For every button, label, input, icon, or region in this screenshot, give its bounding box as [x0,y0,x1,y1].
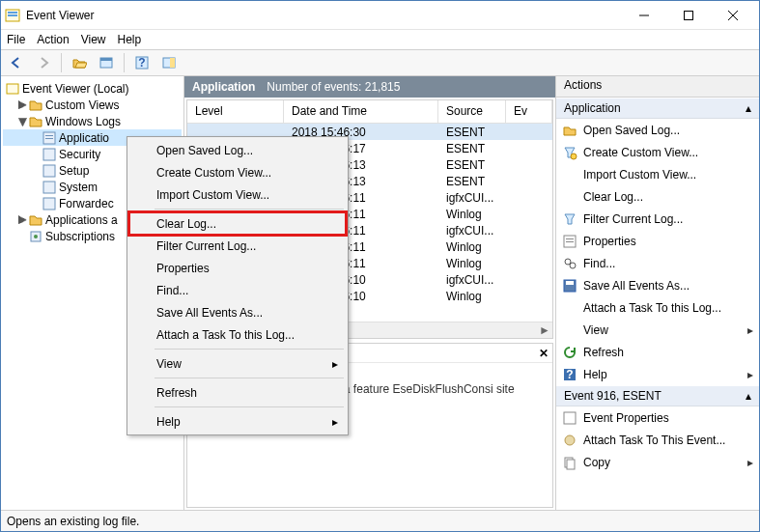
submenu-arrow-icon: ▸ [747,323,753,337]
ctx-save-all[interactable]: Save All Events As... [129,301,346,323]
submenu-arrow-icon: ▸ [747,456,753,469]
action-open-saved[interactable]: Open Saved Log... [556,119,759,141]
grid-header: Level Date and Time Source Ev [187,100,552,124]
menu-help[interactable]: Help [118,33,142,46]
tree-custom-views[interactable]: ⯈Custom Views [3,97,182,113]
ctx-refresh[interactable]: Refresh [129,381,346,404]
title-bar: Event Viewer [1,1,759,30]
action-filter[interactable]: Filter Current Log... [556,208,759,230]
maximize-button[interactable] [666,1,711,30]
panel-header: Application Number of events: 21,815 [184,76,555,98]
action-clear-log[interactable]: Clear Log... [556,185,759,208]
svg-text:?: ? [566,368,573,381]
col-eventid[interactable]: Ev [506,100,552,123]
tree-root[interactable]: Event Viewer (Local) [3,80,182,97]
svg-text:?: ? [138,56,145,70]
event-count: Number of events: 21,815 [267,80,400,94]
panel-icon[interactable] [95,52,118,73]
app-icon [5,8,20,23]
action-refresh[interactable]: Refresh [556,341,759,363]
svg-rect-8 [100,58,112,61]
submenu-arrow-icon: ▸ [747,368,753,381]
svg-rect-12 [170,58,175,68]
svg-rect-13 [7,84,18,94]
action-attach-event[interactable]: Attach Task To This Event... [556,429,759,451]
col-source[interactable]: Source [438,100,506,123]
collapse-icon: ▴ [746,101,751,115]
submenu-arrow-icon: ▸ [332,357,338,371]
svg-rect-26 [566,241,574,242]
ctx-find[interactable]: Find... [129,279,346,301]
action-view[interactable]: View▸ [556,319,759,341]
action-attach-task[interactable]: Attach a Task To this Log... [556,296,759,319]
ctx-attach-task[interactable]: Attach a Task To this Log... [129,323,346,346]
svg-point-23 [571,154,577,159]
panel-title: Application [192,80,255,94]
svg-rect-25 [566,238,574,239]
action-copy[interactable]: Copy▸ [556,451,759,473]
status-bar: Opens an existing log file. [1,510,759,531]
svg-point-28 [570,263,576,268]
menu-view[interactable]: View [81,33,106,46]
svg-rect-33 [564,412,576,424]
action-event-properties[interactable]: Event Properties [556,406,759,429]
action-help[interactable]: ?Help▸ [556,363,759,385]
svg-rect-30 [566,281,574,285]
svg-rect-16 [45,138,53,139]
ctx-import-custom[interactable]: Import Custom View... [129,183,346,206]
collapse-icon: ▴ [746,389,751,403]
ctx-view[interactable]: View▸ [129,352,346,375]
back-button[interactable] [5,52,28,73]
help-icon[interactable]: ? [130,52,154,73]
actions-section-event[interactable]: Event 916, ESENT▴ [556,385,759,406]
svg-point-34 [565,435,575,445]
svg-rect-20 [43,198,55,210]
svg-rect-2 [8,14,17,16]
action-create-custom[interactable]: Create Custom View... [556,141,759,163]
action-properties[interactable]: Properties [556,230,759,252]
ctx-open-saved[interactable]: Open Saved Log... [129,139,346,161]
open-icon[interactable] [68,52,91,73]
minimize-button[interactable] [622,1,666,30]
close-button[interactable] [711,1,755,30]
menu-file[interactable]: File [7,33,25,46]
svg-rect-18 [43,165,55,177]
panel2-icon[interactable] [157,52,181,73]
actions-panel: Actions Application▴ Open Saved Log... C… [556,76,759,510]
submenu-arrow-icon: ▸ [332,415,338,429]
ctx-properties[interactable]: Properties [129,257,346,279]
tree-windows-logs[interactable]: ⯆Windows Logs [3,113,182,129]
ctx-help[interactable]: Help▸ [129,410,346,433]
svg-rect-19 [43,182,55,193]
window-title: Event Viewer [26,9,622,22]
ctx-create-custom[interactable]: Create Custom View... [129,161,346,183]
menu-action[interactable]: Action [37,33,69,46]
col-date[interactable]: Date and Time [284,100,438,123]
forward-button[interactable] [32,52,55,73]
svg-rect-4 [685,11,693,19]
action-find[interactable]: Find... [556,252,759,274]
svg-point-22 [34,235,38,238]
context-menu: Open Saved Log... Create Custom View... … [127,136,349,435]
menu-bar: File Action View Help [1,30,759,49]
actions-section-application[interactable]: Application▴ [556,98,759,119]
ctx-filter[interactable]: Filter Current Log... [129,235,346,257]
svg-rect-17 [43,149,55,160]
action-save-all[interactable]: Save All Events As... [556,274,759,296]
action-import-custom[interactable]: Import Custom View... [556,163,759,185]
svg-rect-1 [8,12,17,14]
ctx-clear-log[interactable]: Clear Log... [129,212,346,235]
svg-rect-15 [45,135,53,136]
detail-close-icon[interactable]: ✕ [539,347,549,360]
svg-rect-36 [567,460,575,469]
col-level[interactable]: Level [187,100,284,123]
toolbar: ? [1,49,759,76]
actions-title: Actions [556,76,759,98]
